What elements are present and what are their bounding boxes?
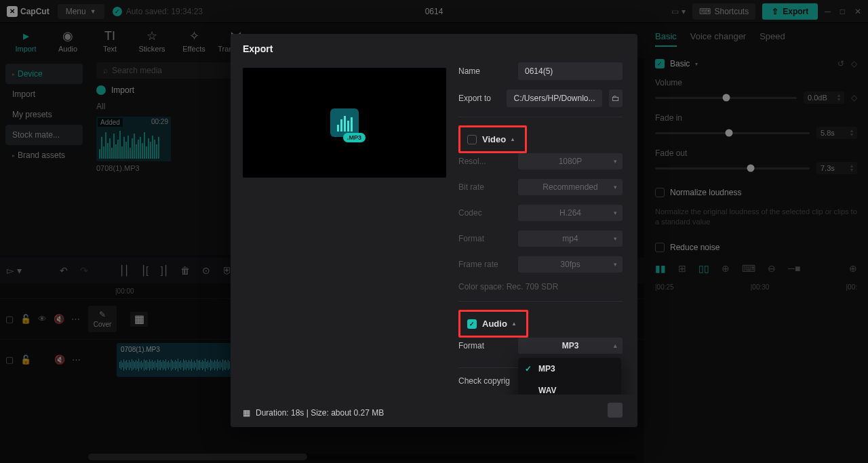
vformat-select[interactable]: mp4▾: [518, 230, 623, 247]
fps-select[interactable]: 30fps▾: [518, 256, 623, 273]
video-section-highlight: Video ▴: [458, 125, 527, 153]
modal-footer: ▦ Duration: 18s | Size: about 0.27 MB: [231, 401, 637, 427]
chevron-up-icon: ▴: [511, 136, 514, 142]
export-form: Name 0614(5) Export to C:/Users/HP/Downl…: [458, 62, 635, 395]
aformat-label: Format: [458, 341, 511, 350]
name-label: Name: [458, 66, 511, 76]
footer-checkbox[interactable]: [608, 403, 623, 418]
divider: [458, 117, 623, 117]
aformat-row: Format MP3▴ MP3 WAV AAC FLAC: [458, 338, 623, 354]
export-preview: .MP3: [243, 68, 446, 178]
mp3-badge: .MP3: [343, 133, 366, 142]
aformat-select[interactable]: MP3▴: [518, 338, 623, 354]
fps-row: Frame rate 30fps▾: [458, 256, 623, 273]
format-dropdown: MP3 WAV AAC FLAC: [518, 358, 621, 395]
chevron-down-icon: ▾: [614, 235, 617, 242]
bitrate-row: Bit rate Recommended▾: [458, 179, 623, 195]
resolution-select[interactable]: 1080P▾: [518, 153, 623, 169]
codec-select[interactable]: H.264▾: [518, 205, 623, 221]
footer-text: Duration: 18s | Size: about 0.27 MB: [256, 408, 384, 418]
video-section-toggle[interactable]: Video ▴: [463, 132, 518, 147]
chevron-down-icon: ▾: [614, 184, 617, 190]
divider: [458, 301, 623, 302]
copyright-label: Check copyrig: [458, 376, 510, 386]
chevron-down-icon: ▾: [614, 261, 617, 268]
exportto-row: Export to C:/Users/HP/Downlo... 🗀: [458, 89, 623, 107]
chevron-down-icon: ▾: [614, 209, 617, 216]
chevron-up-icon: ▴: [614, 342, 617, 349]
vformat-row: Format mp4▾: [458, 230, 623, 247]
resolution-row: Resol... 1080P▾: [458, 153, 623, 169]
chevron-up-icon: ▴: [513, 321, 515, 327]
exportto-label: Export to: [458, 94, 500, 103]
name-input[interactable]: 0614(5): [518, 62, 623, 80]
chevron-down-icon: ▾: [614, 158, 617, 165]
check-icon[interactable]: ✓: [467, 319, 477, 329]
opt-wav[interactable]: WAV: [518, 380, 621, 395]
color-space: Color space: Rec. 709 SDR: [458, 282, 623, 291]
opt-mp3[interactable]: MP3: [518, 358, 621, 380]
exportto-input[interactable]: C:/Users/HP/Downlo...: [507, 89, 601, 107]
modal-title: Export: [231, 34, 637, 60]
export-modal: Export .MP3 Name 0614(5) Export to C:/Us…: [231, 34, 637, 427]
film-icon: ▦: [243, 408, 250, 418]
codec-row: Codec H.264▾: [458, 205, 623, 221]
bitrate-select[interactable]: Recommended▾: [518, 179, 623, 195]
checkbox-off-icon[interactable]: [467, 135, 477, 144]
folder-icon[interactable]: 🗀: [609, 89, 623, 107]
audio-section-toggle[interactable]: ✓ Audio ▴: [463, 316, 519, 331]
audio-section-highlight: ✓ Audio ▴: [458, 310, 528, 338]
name-row: Name 0614(5): [458, 62, 623, 80]
